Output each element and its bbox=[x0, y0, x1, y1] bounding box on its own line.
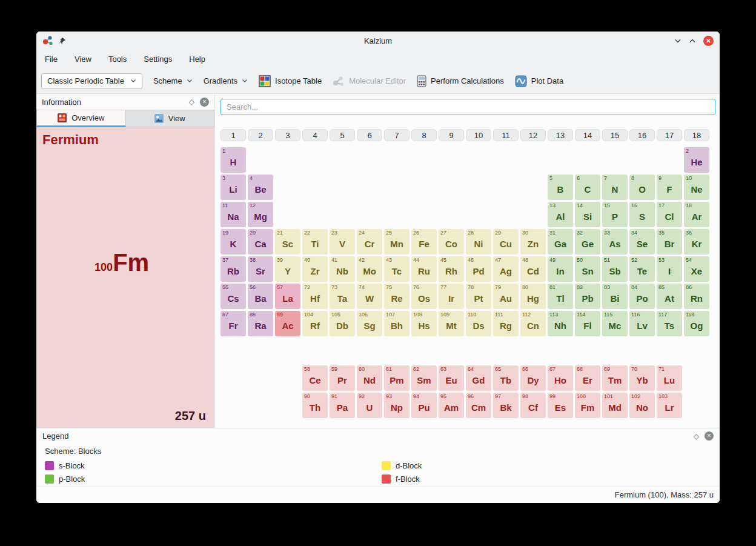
element-O[interactable]: 8O bbox=[629, 175, 655, 200]
element-Si[interactable]: 14Si bbox=[575, 202, 600, 227]
element-Yb[interactable]: 70Yb bbox=[629, 365, 655, 391]
element-Cm[interactable]: 96Cm bbox=[466, 393, 491, 418]
element-Ta[interactable]: 73Ta bbox=[330, 284, 355, 309]
group-header-14[interactable]: 14 bbox=[575, 129, 600, 141]
element-Ca[interactable]: 20Ca bbox=[248, 229, 273, 255]
element-I[interactable]: 53I bbox=[657, 256, 682, 282]
element-N[interactable]: 7N bbox=[602, 175, 628, 200]
float-dock-icon[interactable]: ◇ bbox=[694, 432, 699, 441]
element-Nd[interactable]: 60Nd bbox=[357, 365, 382, 391]
element-K[interactable]: 19K bbox=[220, 229, 246, 255]
element-Rn[interactable]: 86Rn bbox=[684, 284, 709, 309]
element-Ti[interactable]: 22Ti bbox=[302, 229, 328, 255]
element-Np[interactable]: 93Np bbox=[384, 393, 409, 418]
element-Na[interactable]: 11Na bbox=[220, 202, 246, 227]
element-Cl[interactable]: 17Cl bbox=[657, 202, 682, 227]
group-header-3[interactable]: 3 bbox=[275, 129, 300, 141]
element-Rf[interactable]: 104Rf bbox=[302, 311, 328, 336]
element-Tb[interactable]: 65Tb bbox=[493, 365, 519, 391]
element-Zn[interactable]: 30Zn bbox=[520, 229, 546, 255]
element-Pu[interactable]: 94Pu bbox=[411, 393, 437, 418]
element-Og[interactable]: 118Og bbox=[684, 311, 709, 336]
element-Ho[interactable]: 67Ho bbox=[548, 365, 573, 391]
element-Xe[interactable]: 54Xe bbox=[684, 256, 709, 282]
element-Nh[interactable]: 113Nh bbox=[548, 311, 573, 336]
element-Mo[interactable]: 42Mo bbox=[357, 256, 382, 282]
element-Sc[interactable]: 21Sc bbox=[275, 229, 300, 255]
element-Hg[interactable]: 80Hg bbox=[520, 284, 546, 309]
element-Cr[interactable]: 24Cr bbox=[357, 229, 382, 255]
element-Hs[interactable]: 108Hs bbox=[411, 311, 437, 336]
element-W[interactable]: 74W bbox=[357, 284, 382, 309]
element-Sb[interactable]: 51Sb bbox=[602, 256, 628, 282]
element-Db[interactable]: 105Db bbox=[330, 311, 355, 336]
element-V[interactable]: 23V bbox=[330, 229, 355, 255]
element-C[interactable]: 6C bbox=[575, 175, 600, 200]
element-Ce[interactable]: 58Ce bbox=[302, 365, 328, 391]
element-B[interactable]: 5B bbox=[548, 175, 573, 200]
group-header-12[interactable]: 12 bbox=[520, 129, 546, 141]
element-Ar[interactable]: 18Ar bbox=[684, 202, 709, 227]
element-Pr[interactable]: 59Pr bbox=[330, 365, 355, 391]
menu-tools[interactable]: Tools bbox=[108, 55, 127, 64]
group-header-18[interactable]: 18 bbox=[684, 129, 709, 141]
minimize-button[interactable] bbox=[674, 38, 681, 44]
element-Hf[interactable]: 72Hf bbox=[302, 284, 328, 309]
gradients-button[interactable]: Gradients bbox=[204, 76, 248, 85]
isotope-table-button[interactable]: Isotope Table bbox=[259, 75, 322, 87]
element-No[interactable]: 102No bbox=[629, 393, 655, 418]
element-U[interactable]: 92U bbox=[357, 393, 382, 418]
element-Ir[interactable]: 77Ir bbox=[439, 284, 464, 309]
element-Cu[interactable]: 29Cu bbox=[493, 229, 519, 255]
scheme-button[interactable]: Scheme bbox=[153, 76, 193, 85]
element-Mn[interactable]: 25Mn bbox=[384, 229, 409, 255]
element-Se[interactable]: 34Se bbox=[629, 229, 655, 255]
element-Ra[interactable]: 88Ra bbox=[248, 311, 273, 336]
element-Fm[interactable]: 100Fm bbox=[575, 393, 600, 418]
element-In[interactable]: 49In bbox=[548, 256, 573, 282]
element-Ne[interactable]: 10Ne bbox=[684, 175, 709, 200]
element-Br[interactable]: 35Br bbox=[657, 229, 682, 255]
element-Y[interactable]: 39Y bbox=[275, 256, 300, 282]
element-La[interactable]: 57La bbox=[275, 284, 300, 309]
close-button[interactable]: ✕ bbox=[703, 36, 714, 46]
group-header-13[interactable]: 13 bbox=[548, 129, 573, 141]
element-Lv[interactable]: 116Lv bbox=[629, 311, 655, 336]
element-Mc[interactable]: 115Mc bbox=[602, 311, 628, 336]
element-Al[interactable]: 13Al bbox=[548, 202, 573, 227]
element-Am[interactable]: 95Am bbox=[439, 393, 464, 418]
element-Nb[interactable]: 41Nb bbox=[330, 256, 355, 282]
element-Ru[interactable]: 44Ru bbox=[411, 256, 437, 282]
close-dock-icon[interactable]: ✕ bbox=[705, 431, 714, 441]
element-Ba[interactable]: 56Ba bbox=[248, 284, 273, 309]
tab-overview[interactable]: Overview bbox=[36, 110, 126, 127]
element-Ds[interactable]: 110Ds bbox=[466, 311, 491, 336]
element-Ga[interactable]: 31Ga bbox=[548, 229, 573, 255]
group-header-1[interactable]: 1 bbox=[220, 129, 246, 141]
element-Be[interactable]: 4Be bbox=[248, 175, 273, 200]
element-Ge[interactable]: 32Ge bbox=[575, 229, 600, 255]
group-header-8[interactable]: 8 bbox=[411, 129, 437, 141]
group-header-17[interactable]: 17 bbox=[657, 129, 682, 141]
group-header-5[interactable]: 5 bbox=[330, 129, 355, 141]
element-At[interactable]: 85At bbox=[657, 284, 682, 309]
menu-view[interactable]: View bbox=[75, 55, 91, 64]
search-input[interactable] bbox=[220, 99, 715, 115]
group-header-15[interactable]: 15 bbox=[602, 129, 628, 141]
element-Sn[interactable]: 50Sn bbox=[575, 256, 600, 282]
element-Te[interactable]: 52Te bbox=[629, 256, 655, 282]
element-Pd[interactable]: 46Pd bbox=[466, 256, 491, 282]
element-He[interactable]: 2He bbox=[684, 147, 709, 173]
element-Tm[interactable]: 69Tm bbox=[602, 365, 628, 391]
element-As[interactable]: 33As bbox=[602, 229, 628, 255]
element-F[interactable]: 9F bbox=[657, 175, 682, 200]
element-Es[interactable]: 99Es bbox=[548, 393, 573, 418]
tab-view[interactable]: View bbox=[126, 110, 215, 127]
element-Rb[interactable]: 37Rb bbox=[220, 256, 246, 282]
menu-file[interactable]: File bbox=[45, 55, 58, 64]
element-Tc[interactable]: 43Tc bbox=[384, 256, 409, 282]
element-Pm[interactable]: 61Pm bbox=[384, 365, 409, 391]
element-Sm[interactable]: 62Sm bbox=[411, 365, 437, 391]
element-Fl[interactable]: 114Fl bbox=[575, 311, 600, 336]
element-Md[interactable]: 101Md bbox=[602, 393, 628, 418]
